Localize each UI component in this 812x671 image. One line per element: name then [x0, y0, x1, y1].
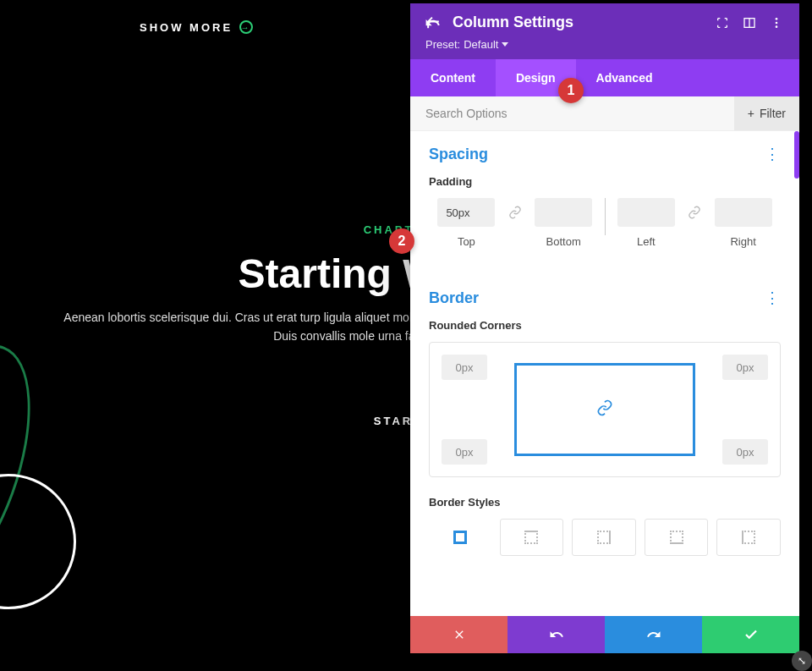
undo-icon [549, 627, 564, 642]
padding-right-label: Right [705, 235, 781, 248]
undo-button[interactable] [508, 616, 605, 653]
corner-bl-input[interactable] [442, 439, 487, 465]
filter-label: Filter [760, 107, 786, 120]
chain-link-icon[interactable] [596, 399, 613, 421]
border-styles-row [429, 519, 781, 556]
link-icon[interactable] [504, 198, 526, 227]
border-more-icon[interactable]: ⋮ [765, 289, 781, 307]
padding-left-input[interactable] [617, 198, 675, 227]
column-settings-panel: Column Settings Preset: Default Content … [410, 3, 799, 653]
corner-br-input[interactable] [722, 439, 768, 465]
arrow-right-icon: → [239, 20, 253, 34]
svg-point-3 [776, 21, 778, 24]
tab-advanced[interactable]: Advanced [576, 59, 673, 96]
annotation-badge-2: 2 [389, 228, 414, 254]
border-styles-label: Border Styles [429, 496, 781, 509]
border-title[interactable]: Border [429, 289, 479, 307]
corner-tr-input[interactable] [722, 355, 768, 380]
panel-footer [410, 616, 799, 653]
border-style-top[interactable] [500, 519, 564, 556]
panel-body: Spacing ⋮ Padding Top Bottom [410, 131, 799, 616]
border-style-left[interactable] [716, 519, 781, 556]
svg-point-4 [776, 25, 778, 28]
resize-handle-icon[interactable]: ⤡ [792, 651, 812, 671]
annotation-badge-1: 1 [558, 78, 584, 103]
padding-label: Padding [429, 175, 781, 188]
check-icon [743, 627, 759, 642]
section-spacing: Spacing ⋮ Padding Top Bottom [410, 131, 799, 256]
search-bar: + Filter [410, 96, 799, 131]
close-icon [453, 628, 466, 641]
filter-button[interactable]: + Filter [734, 96, 799, 130]
preset-selector[interactable]: Preset: Default [425, 38, 784, 51]
divider [605, 198, 606, 235]
padding-top-input[interactable] [437, 198, 495, 227]
rounded-corners-label: Rounded Corners [429, 319, 781, 332]
svg-point-2 [776, 18, 778, 20]
more-icon[interactable] [769, 15, 784, 30]
chevron-down-icon [502, 42, 508, 47]
border-style-right[interactable] [572, 519, 636, 556]
save-button[interactable] [702, 616, 799, 653]
padding-bottom-label: Bottom [526, 235, 601, 248]
show-more-link[interactable]: SHOW MORE → [140, 20, 253, 34]
rounded-corners-control [429, 342, 781, 477]
expand-icon[interactable] [715, 15, 730, 30]
preset-label: Preset: [425, 38, 460, 51]
padding-top-label: Top [429, 235, 504, 248]
padding-left-label: Left [609, 235, 684, 248]
cancel-button[interactable] [410, 616, 508, 653]
corner-tl-input[interactable] [442, 355, 487, 380]
corners-preview [514, 363, 695, 456]
columns-icon[interactable] [742, 15, 757, 30]
scrollbar-thumb[interactable] [794, 131, 799, 179]
border-style-all[interactable] [429, 519, 491, 556]
spacing-more-icon[interactable]: ⋮ [765, 145, 781, 163]
panel-title: Column Settings [453, 14, 703, 31]
spacing-title[interactable]: Spacing [429, 146, 488, 163]
tab-content[interactable]: Content [410, 59, 496, 96]
back-icon[interactable] [425, 15, 441, 30]
decorative-circle [0, 474, 76, 609]
panel-tabs: Content Design Advanced [410, 59, 799, 96]
padding-controls: Top Bottom Left [429, 198, 781, 248]
redo-icon [646, 627, 661, 642]
show-more-label: SHOW MORE [140, 21, 233, 34]
plus-icon: + [748, 107, 754, 120]
padding-bottom-input[interactable] [535, 198, 592, 227]
section-border: Border ⋮ Rounded Corners Border Styles [410, 275, 799, 564]
padding-right-input[interactable] [715, 198, 772, 227]
preset-value: Default [464, 38, 498, 51]
link-icon[interactable] [683, 198, 705, 227]
redo-button[interactable] [605, 616, 702, 653]
border-style-bottom[interactable] [645, 519, 709, 556]
panel-header: Column Settings Preset: Default [410, 3, 799, 59]
